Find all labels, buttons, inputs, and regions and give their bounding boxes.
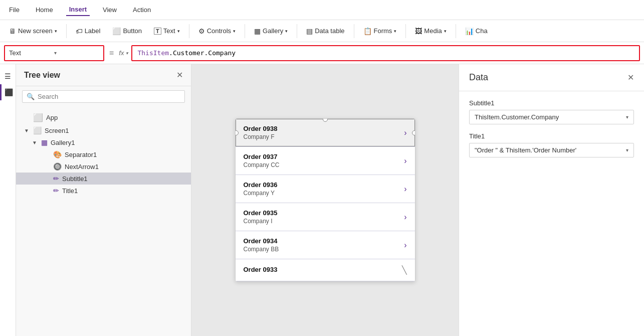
tree-item-screen1[interactable]: ▼ ⬜ Screen1 xyxy=(16,124,191,136)
fx-icon: fx xyxy=(119,49,124,57)
media-button[interactable]: 🖼 Media ▾ xyxy=(410,25,451,38)
tree-close-button[interactable]: ✕ xyxy=(176,70,183,80)
nextarrow-icon: 🔘 xyxy=(53,162,62,171)
media-icon: 🖼 xyxy=(415,27,422,35)
tree-content: ⬜ App ▼ ⬜ Screen1 ▼ ▦ Gallery1 🎨 Separat… xyxy=(16,107,191,336)
tree-item-nextarrow1[interactable]: 🔘 NextArrow1 xyxy=(16,160,191,173)
gallery-item-subtitle: Company F xyxy=(244,133,404,140)
gallery-list: Order 0938 Company F › Order 0937 Compan… xyxy=(236,119,415,281)
app-icon: ⬜ xyxy=(33,113,43,122)
tree-item-title1[interactable]: ✏ Title1 xyxy=(16,185,191,197)
charts-button[interactable]: 📊 Cha xyxy=(460,25,493,38)
gallery-item-subtitle: Company Y xyxy=(244,190,404,197)
formula-rest: .Customer.Company xyxy=(169,49,236,57)
tree-item-gallery1[interactable]: ▼ ▦ Gallery1 xyxy=(16,136,191,148)
gallery-item-subtitle: Company BB xyxy=(244,246,404,253)
search-icon: 🔍 xyxy=(27,93,35,100)
tree-item-label: Subtitle1 xyxy=(62,175,88,183)
forms-button[interactable]: 📋 Forms ▾ xyxy=(358,25,402,38)
menu-item-view[interactable]: View xyxy=(100,4,120,16)
controls-chevron-icon: ▾ xyxy=(233,29,236,34)
property-selector[interactable]: Text ▾ xyxy=(4,45,104,61)
tree-search-box: 🔍 xyxy=(22,90,185,103)
gallery-item-title: Order 0935 xyxy=(244,209,404,217)
gallery-item-subtitle: Company I xyxy=(244,218,404,225)
subtitle1-value-selector[interactable]: ThisItem.Customer.Company ▾ xyxy=(469,110,634,124)
toolbar-separator-6 xyxy=(405,24,406,38)
subtitle1-label: Subtitle1 xyxy=(469,99,634,107)
phone-frame: Order 0938 Company F › Order 0937 Compan… xyxy=(235,118,415,282)
tree-item-label: NextArrow1 xyxy=(65,163,99,171)
data-panel-close-button[interactable]: ✕ xyxy=(627,73,634,82)
gallery-item-0[interactable]: Order 0938 Company F › xyxy=(236,119,415,147)
controls-button[interactable]: ⚙ Controls ▾ xyxy=(193,25,241,38)
gallery-item-2[interactable]: Order 0936 Company Y › xyxy=(236,175,415,203)
screen-icon: 🖥 xyxy=(9,27,16,35)
chevron-right-icon: › xyxy=(404,185,406,194)
chevron-right-icon: ╲ xyxy=(402,265,407,275)
tree-view-title: Tree view xyxy=(24,71,60,80)
tree-item-app[interactable]: ⬜ App xyxy=(16,111,191,124)
text-edit-icon: ✏ xyxy=(53,175,59,183)
fx-button[interactable]: fx ▾ xyxy=(119,49,128,57)
gallery-item-title: Order 0937 xyxy=(244,153,404,160)
formula-input[interactable]: ThisItem.Customer.Company xyxy=(131,45,640,61)
menu-item-file[interactable]: File xyxy=(6,4,23,16)
layers-icon[interactable]: ⬛ xyxy=(0,84,16,100)
gallery-item-1[interactable]: Order 0937 Company CC › xyxy=(236,147,415,175)
text-edit-icon: ✏ xyxy=(53,187,59,195)
formula-value: ThisItem.Customer.Company xyxy=(137,49,236,57)
canvas-area: Order 0938 Company F › Order 0937 Compan… xyxy=(191,64,459,336)
chevron-right-icon: › xyxy=(404,156,406,165)
label-button[interactable]: 🏷 Label xyxy=(71,25,106,38)
tree-item-label: Title1 xyxy=(62,187,78,195)
property-label: Text xyxy=(9,49,54,57)
title1-value-selector[interactable]: "Order " & ThisItem.'Order Number' ▾ xyxy=(469,143,634,157)
tree-view-header: Tree view ✕ xyxy=(16,64,191,86)
text-chevron-icon: ▾ xyxy=(177,29,180,34)
title1-field-group: Title1 "Order " & ThisItem.'Order Number… xyxy=(469,132,634,157)
menu-item-home[interactable]: Home xyxy=(33,4,56,16)
gallery-chevron-icon: ▾ xyxy=(285,29,288,34)
data-panel-content: Subtitle1 ThisItem.Customer.Company ▾ Ti… xyxy=(459,91,644,165)
subtitle1-value: ThisItem.Customer.Company xyxy=(475,113,559,121)
collapse-icon: ▼ xyxy=(24,128,30,133)
chevron-right-icon: › xyxy=(404,241,406,250)
tree-item-label: Separator1 xyxy=(65,151,97,158)
label-icon: 🏷 xyxy=(76,27,83,35)
tree-item-label: Gallery1 xyxy=(51,139,75,146)
media-chevron-icon: ▾ xyxy=(444,29,447,34)
main-layout: ☰ ⬛ Tree view ✕ 🔍 ⬜ App ▼ ⬜ Screen1 xyxy=(0,64,644,336)
menu-bar: File Home Insert View Action xyxy=(0,0,644,20)
fx-chevron-icon: ▾ xyxy=(126,51,128,56)
menu-item-action[interactable]: Action xyxy=(130,4,154,16)
property-chevron-icon: ▾ xyxy=(54,50,99,56)
gallery-icon: ▦ xyxy=(41,138,48,146)
gallery-item-5[interactable]: Order 0933 ╲ xyxy=(236,259,415,281)
tree-item-separator1[interactable]: 🎨 Separator1 xyxy=(16,148,191,160)
chevron-right-icon: › xyxy=(404,128,406,137)
tree-item-label: Screen1 xyxy=(45,127,69,134)
new-screen-button[interactable]: 🖥 New screen ▾ xyxy=(4,25,62,38)
chevron-down-icon: ▾ xyxy=(55,29,57,34)
tree-view-panel: Tree view ✕ 🔍 ⬜ App ▼ ⬜ Screen1 ▼ ▦ xyxy=(16,64,191,336)
charts-icon: 📊 xyxy=(465,27,474,35)
gallery-item-3[interactable]: Order 0935 Company I › xyxy=(236,203,415,231)
data-table-button[interactable]: ▤ Data table xyxy=(301,25,349,38)
hamburger-menu-icon[interactable]: ☰ xyxy=(0,68,16,84)
subtitle1-field-group: Subtitle1 ThisItem.Customer.Company ▾ xyxy=(469,99,634,124)
tree-search-input[interactable] xyxy=(38,93,180,100)
toolbar-separator xyxy=(66,24,67,38)
gallery-item-content: Order 0938 Company F xyxy=(244,125,404,140)
tree-item-subtitle1[interactable]: ✏ Subtitle1 xyxy=(16,173,191,185)
gallery-button[interactable]: ▦ Gallery ▾ xyxy=(249,25,293,38)
formula-bar: Text ▾ = fx ▾ ThisItem.Customer.Company xyxy=(0,42,644,64)
gallery-item-4[interactable]: Order 0934 Company BB › xyxy=(236,231,415,259)
data-table-icon: ▤ xyxy=(306,27,313,35)
text-button[interactable]: T Text ▾ xyxy=(149,25,185,37)
toolbar-separator-4 xyxy=(297,24,297,38)
subtitle1-chevron-icon: ▾ xyxy=(626,114,628,120)
button-button[interactable]: ⬜ Button xyxy=(107,25,147,38)
menu-item-insert[interactable]: Insert xyxy=(66,4,90,16)
title1-value: "Order " & ThisItem.'Order Number' xyxy=(475,146,576,154)
